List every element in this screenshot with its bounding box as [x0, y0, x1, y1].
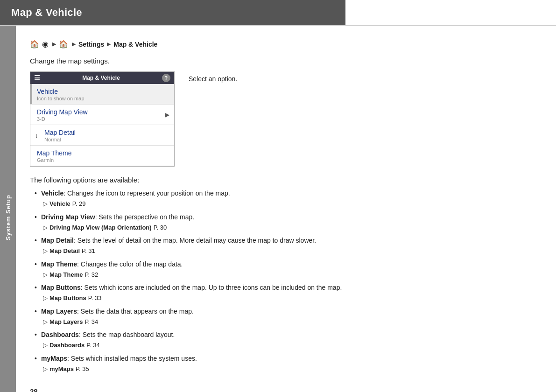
selected-indicator: [30, 84, 32, 104]
arrow-icon-1: ▶: [52, 41, 56, 47]
ref-mm: ▷ myMaps P. 35: [43, 364, 537, 374]
ref-page-mm: P. 35: [76, 364, 89, 374]
vehicle-item-sub: Icon to show on map: [37, 96, 169, 101]
ref-vehicle: ▷ Vehicle P. 29: [43, 199, 537, 209]
breadcrumb: 🏠 ◉ ▶ 🏠 ▶ Settings ▶ Map & Vehicle: [30, 40, 537, 49]
ref-label-mm: myMaps: [49, 364, 74, 374]
arrow-icon-3: ▶: [107, 41, 111, 47]
option-desc-db: : Sets the map dashboard layout.: [79, 331, 175, 338]
options-intro: The following options are available:: [30, 176, 537, 184]
driving-map-view-sub: 3-D: [37, 116, 169, 122]
circle-icon: ◉: [42, 40, 49, 49]
list-item-mymaps: myMaps: Sets which installed maps the sy…: [35, 354, 537, 374]
option-name-mb: Map Buttons: [41, 284, 81, 291]
ref-page-mt: P. 32: [85, 270, 99, 280]
select-option-text: Select an option.: [186, 71, 537, 167]
option-name-vehicle: Vehicle: [41, 189, 63, 197]
home-icon: 🏠: [30, 40, 39, 49]
ref-page-dmv: P. 30: [154, 223, 167, 232]
breadcrumb-map-vehicle: Map & Vehicle: [113, 41, 157, 48]
ref-label-ml: Map Layers: [49, 317, 83, 327]
option-name-mm: myMaps: [41, 355, 67, 362]
arrow-right-icon: ▶: [165, 112, 169, 118]
page-number: 28: [30, 387, 537, 392]
ref-icon-ml: ▷: [43, 317, 48, 327]
ref-label-vehicle: Vehicle: [49, 199, 70, 209]
option-desc-vehicle: : Changes the icon to represent your pos…: [63, 189, 230, 197]
down-arrow-icon: ↓: [35, 132, 38, 139]
option-name-db: Dashboards: [41, 331, 79, 338]
ref-page-ml: P. 34: [85, 317, 99, 327]
ref-label-dmv: Driving Map View (Map Orientation): [49, 223, 152, 232]
map-theme-sub: Garmin: [37, 157, 169, 163]
breadcrumb-settings: Settings: [78, 41, 104, 48]
option-desc-md: : Sets the level of detail on the map. M…: [74, 237, 316, 244]
option-desc-mt: : Changes the color of the map data.: [77, 260, 183, 268]
map-theme-name: Map Theme: [37, 149, 169, 157]
main-content: 🏠 ◉ ▶ 🏠 ▶ Settings ▶ Map & Vehicle Chang…: [16, 26, 556, 392]
option-desc-mm: : Sets which installed maps the system u…: [67, 355, 197, 362]
list-item-map-detail: Map Detail: Sets the level of detail on …: [35, 236, 537, 256]
menu-title-bar: ☰ Map & Vehicle ?: [30, 72, 174, 84]
list-item-driving-map-view: Driving Map View: Sets the perspective o…: [35, 212, 537, 232]
driving-map-view-name: Driving Map View: [37, 108, 169, 116]
menu-title: Map & Vehicle: [82, 75, 120, 81]
option-name-ml: Map Layers: [41, 308, 77, 315]
arrow-icon-2: ▶: [72, 41, 76, 47]
ref-page-md: P. 31: [82, 246, 95, 256]
options-list: Vehicle: Changes the icon to represent y…: [35, 189, 537, 373]
map-detail-name: Map Detail: [44, 129, 169, 136]
page-title: Map & Vehicle: [11, 7, 82, 18]
ref-md: ▷ Map Detail P. 31: [43, 246, 537, 256]
menu-item-driving-map-view[interactable]: Driving Map View 3-D ▶: [30, 105, 174, 125]
ref-icon-dmv: ▷: [43, 223, 48, 232]
sidebar: System Setup: [0, 26, 16, 392]
list-item-map-layers: Map Layers: Sets the data that appears o…: [35, 307, 537, 327]
ref-db: ▷ Dashboards P. 34: [43, 341, 537, 350]
ref-label-md: Map Detail: [49, 246, 80, 256]
intro-text: Change the map settings.: [30, 57, 537, 65]
ref-icon-db: ▷: [43, 341, 48, 350]
list-item-map-buttons: Map Buttons: Sets which icons are includ…: [35, 283, 537, 303]
menu-screenshot: ☰ Map & Vehicle ? Vehicle Icon to show o…: [30, 71, 175, 167]
ref-icon-md: ▷: [43, 246, 48, 256]
ref-mt: ▷ Map Theme P. 32: [43, 270, 537, 280]
menu-icon: 🏠: [59, 40, 68, 49]
ref-mb: ▷ Map Buttons P. 33: [43, 294, 537, 303]
ref-icon-mm: ▷: [43, 364, 48, 374]
list-item-dashboards: Dashboards: Sets the map dashboard layou…: [35, 330, 537, 350]
ref-icon-mt: ▷: [43, 270, 48, 280]
option-name-dmv: Driving Map View: [41, 213, 95, 221]
options-section: The following options are available: Veh…: [30, 176, 537, 373]
page-header: Map & Vehicle: [0, 0, 345, 25]
help-button[interactable]: ?: [162, 74, 170, 82]
ref-icon-vehicle: ▷: [43, 199, 48, 209]
option-desc-mb: : Sets which icons are included on the m…: [81, 284, 342, 291]
ref-dmv: ▷ Driving Map View (Map Orientation) P. …: [43, 223, 537, 232]
list-item-vehicle: Vehicle: Changes the icon to represent y…: [35, 189, 537, 209]
map-detail-sub: Normal: [44, 137, 169, 142]
hamburger-icon: ☰: [34, 74, 40, 82]
ref-page-vehicle: P. 29: [72, 199, 86, 209]
option-desc-ml: : Sets the data that appears on the map.: [77, 308, 194, 315]
ref-page-db: P. 34: [86, 341, 100, 350]
option-desc-dmv: : Sets the perspective on the map.: [95, 213, 194, 221]
ref-label-mb: Map Buttons: [49, 294, 86, 303]
content-row: ☰ Map & Vehicle ? Vehicle Icon to show o…: [30, 71, 537, 167]
menu-item-map-theme[interactable]: Map Theme Garmin: [30, 146, 174, 166]
menu-item-vehicle[interactable]: Vehicle Icon to show on map: [30, 84, 174, 105]
ref-ml: ▷ Map Layers P. 34: [43, 317, 537, 327]
ref-page-mb: P. 33: [88, 294, 102, 303]
option-name-mt: Map Theme: [41, 260, 77, 268]
ref-icon-mb: ▷: [43, 294, 48, 303]
ref-label-mt: Map Theme: [49, 270, 83, 280]
ref-label-db: Dashboards: [49, 341, 84, 350]
menu-item-map-detail[interactable]: ↓ Map Detail Normal: [30, 125, 174, 146]
list-item-map-theme: Map Theme: Changes the color of the map …: [35, 259, 537, 280]
vehicle-item-name: Vehicle: [37, 88, 169, 95]
option-name-md: Map Detail: [41, 237, 74, 244]
sidebar-label: System Setup: [5, 195, 12, 240]
